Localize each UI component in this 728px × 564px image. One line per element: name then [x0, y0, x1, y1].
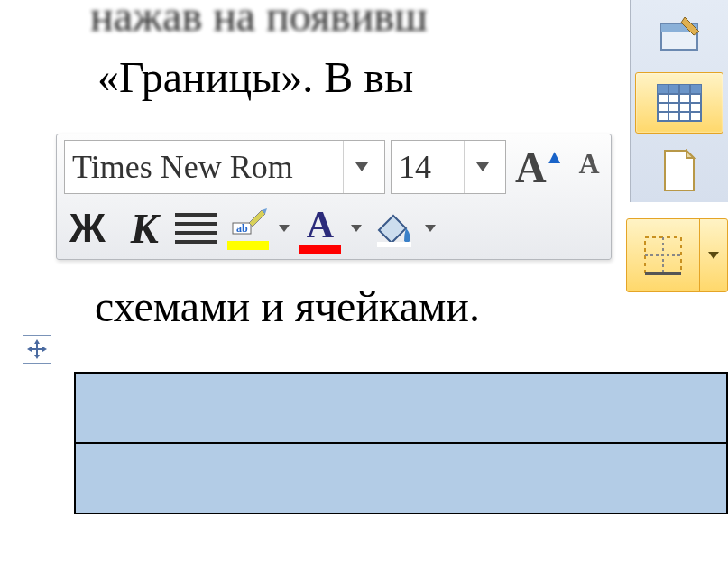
font-name-combobox[interactable] [64, 140, 385, 194]
shading-button[interactable] [372, 208, 415, 248]
table-cell[interactable] [75, 373, 727, 443]
document-text-line3: схемами и ячейками. [95, 282, 480, 331]
document-text-line1: нажав на появивш [90, 0, 428, 41]
borders-button-main[interactable] [627, 219, 700, 291]
borders-split-button[interactable] [626, 218, 728, 292]
move-arrows-icon [27, 339, 47, 359]
text-highlight-button[interactable]: ab [227, 207, 269, 250]
borders-icon [641, 234, 685, 277]
table-cell[interactable] [75, 443, 727, 513]
table-row[interactable] [75, 373, 727, 443]
svg-marker-14 [425, 225, 436, 232]
svg-marker-12 [379, 216, 406, 243]
blank-page-icon [661, 149, 697, 192]
justify-icon [175, 212, 217, 245]
right-icon-panel [630, 0, 728, 202]
svg-marker-32 [708, 252, 719, 259]
svg-text:ab: ab [236, 222, 248, 235]
font-size-dropdown-arrow[interactable] [464, 141, 500, 193]
borders-dropdown-arrow[interactable] [700, 252, 727, 259]
shrink-font-icon: A [578, 147, 599, 180]
font-name-dropdown-arrow[interactable] [343, 141, 379, 193]
font-color-swatch [299, 245, 341, 254]
bold-button[interactable]: Ж [64, 204, 111, 253]
table-move-handle[interactable] [23, 335, 51, 364]
svg-marker-27 [687, 151, 694, 158]
svg-marker-8 [249, 210, 265, 227]
grow-font-button[interactable]: A ▲ [511, 143, 569, 192]
highlight-color-swatch [227, 241, 269, 250]
svg-marker-11 [351, 225, 362, 232]
table-row[interactable] [75, 443, 727, 513]
svg-marker-1 [476, 162, 489, 171]
svg-marker-10 [279, 225, 290, 232]
justify-button[interactable] [170, 204, 222, 253]
draw-table-icon [659, 17, 699, 53]
insert-table-button[interactable] [635, 72, 723, 134]
document-table[interactable] [74, 372, 728, 514]
highlighter-icon: ab [229, 207, 267, 239]
document-text-line2: «Границы». В вы [97, 52, 413, 102]
shading-dropdown-arrow[interactable] [420, 225, 440, 232]
mini-formatting-toolbar: A ▲ A Ж К ab [56, 134, 612, 260]
blank-page-button[interactable] [651, 144, 707, 197]
font-color-button[interactable]: A [299, 203, 341, 254]
font-color-icon: A [307, 203, 334, 246]
italic-button[interactable]: К [125, 204, 164, 253]
font-name-input[interactable] [65, 148, 343, 186]
shrink-font-button[interactable]: A [575, 151, 603, 184]
font-color-dropdown-arrow[interactable] [346, 225, 366, 232]
grow-font-icon: A [515, 143, 547, 192]
font-size-combobox[interactable] [391, 140, 506, 194]
draw-table-button[interactable] [651, 9, 707, 61]
svg-marker-0 [355, 162, 368, 171]
highlight-dropdown-arrow[interactable] [274, 225, 294, 232]
font-size-input[interactable] [392, 148, 464, 186]
table-grid-icon [656, 83, 703, 123]
paint-bucket-icon [372, 208, 415, 248]
